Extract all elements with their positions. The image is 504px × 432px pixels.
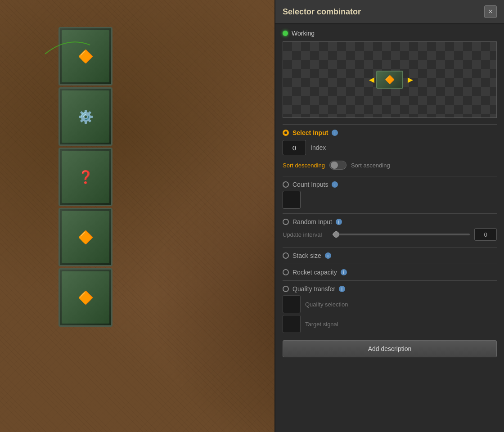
quality-transfer-label[interactable]: Quality transfer: [292, 285, 335, 292]
divider-2: [283, 176, 497, 176]
machine-2: ⚙️: [58, 87, 112, 146]
divider-5: [283, 264, 497, 264]
close-button[interactable]: ×: [484, 5, 497, 18]
panel-header: Selector combinator ×: [275, 0, 504, 24]
target-signal-slot[interactable]: [283, 315, 301, 333]
machine-icon-2: ⚙️: [78, 109, 94, 124]
random-input-info-icon[interactable]: i: [336, 219, 342, 225]
index-row: 0 Index: [283, 140, 497, 155]
machine-body-5: 🔶: [58, 268, 112, 327]
status-row: Working: [283, 30, 497, 37]
quality-transfer-option-row[interactable]: Quality transfer i: [283, 285, 497, 292]
count-inputs-info-icon[interactable]: i: [332, 181, 338, 188]
count-inputs-label[interactable]: Count Inputs: [292, 181, 328, 188]
preview-machine-icon: 🔶: [385, 75, 395, 85]
rocket-capacity-info-icon[interactable]: i: [341, 269, 347, 275]
quality-selection-slot[interactable]: [283, 295, 301, 313]
sort-ascending-label: Sort ascending: [351, 162, 390, 169]
quality-selection-label: Quality selection: [305, 301, 348, 308]
machine-icon-3: ❓: [78, 170, 94, 184]
panel-content: Working ◄ 🔶 ► Select Input i 0 Index Sor…: [275, 24, 504, 432]
machine-4: 🔶: [58, 208, 112, 266]
update-interval-slider[interactable]: [332, 234, 470, 235]
panel: Selector combinator × Working ◄ 🔶 ► Sele…: [274, 0, 504, 432]
machine-body-2: ⚙️: [58, 87, 112, 146]
status-text: Working: [292, 30, 315, 37]
divider-4: [283, 247, 497, 248]
stack-size-info-icon[interactable]: i: [325, 252, 331, 259]
preview-arrow-left: ◄: [367, 75, 376, 85]
index-input[interactable]: 0: [283, 140, 306, 155]
machines-column: 🔶 ⚙️ ❓ 🔶 🔶: [58, 27, 112, 327]
stack-size-label[interactable]: Stack size: [292, 252, 321, 259]
select-input-label[interactable]: Select Input: [292, 129, 328, 136]
machine-icon-4: 🔶: [78, 230, 94, 245]
index-label: Index: [310, 144, 326, 151]
sort-descending-label: Sort descending: [283, 162, 325, 169]
quality-transfer-radio[interactable]: [283, 286, 289, 292]
random-input-option-row[interactable]: Random Input i: [283, 218, 497, 225]
machine-icon-1: 🔶: [78, 49, 94, 64]
sort-toggle-thumb: [331, 162, 338, 169]
count-inputs-option-row[interactable]: Count Inputs i: [283, 181, 497, 188]
select-input-option-row[interactable]: Select Input i: [283, 129, 497, 136]
count-inputs-radio[interactable]: [283, 181, 289, 188]
preview-machine: 🔶: [376, 71, 403, 89]
stack-size-radio[interactable]: [283, 252, 289, 259]
rocket-capacity-radio[interactable]: [283, 269, 289, 275]
preview-arrow-right: ►: [406, 75, 415, 85]
count-inputs-signal-slot[interactable]: [283, 191, 301, 209]
select-input-info-icon[interactable]: i: [332, 130, 338, 136]
quality-selection-row: Quality selection: [283, 295, 497, 313]
machine-3: ❓: [58, 148, 112, 206]
sort-row: Sort descending Sort ascending: [283, 161, 497, 170]
update-interval-value[interactable]: 0: [474, 228, 497, 241]
divider-3: [283, 213, 497, 214]
sort-toggle[interactable]: [329, 161, 346, 170]
count-inputs-slot-container: [283, 191, 497, 209]
update-interval-row: Update interval 0: [283, 228, 497, 241]
machine-1: 🔶: [58, 27, 112, 86]
machine-icon-5: 🔶: [78, 290, 94, 305]
divider-1: [283, 124, 497, 125]
machine-body-3: ❓: [58, 148, 112, 206]
stack-size-option-row[interactable]: Stack size i: [283, 252, 497, 259]
machine-body-1: 🔶: [58, 27, 112, 86]
random-input-label[interactable]: Random Input: [292, 218, 332, 225]
target-signal-row: Target signal: [283, 315, 497, 333]
select-input-radio[interactable]: [283, 130, 289, 136]
rocket-capacity-label[interactable]: Rocket capacity: [292, 269, 337, 276]
add-description-button[interactable]: Add description: [283, 340, 497, 357]
update-interval-label: Update interval: [283, 231, 328, 238]
rocket-capacity-option-row[interactable]: Rocket capacity i: [283, 269, 497, 276]
panel-title: Selector combinator: [283, 7, 361, 17]
quality-transfer-info-icon[interactable]: i: [339, 286, 345, 292]
target-signal-label: Target signal: [305, 321, 338, 328]
slider-thumb: [333, 231, 339, 238]
machine-5: 🔶: [58, 268, 112, 327]
divider-6: [283, 280, 497, 281]
random-input-radio[interactable]: [283, 219, 289, 225]
preview-area: ◄ 🔶 ►: [283, 41, 497, 118]
status-dot: [283, 31, 288, 36]
machine-body-4: 🔶: [58, 208, 112, 266]
